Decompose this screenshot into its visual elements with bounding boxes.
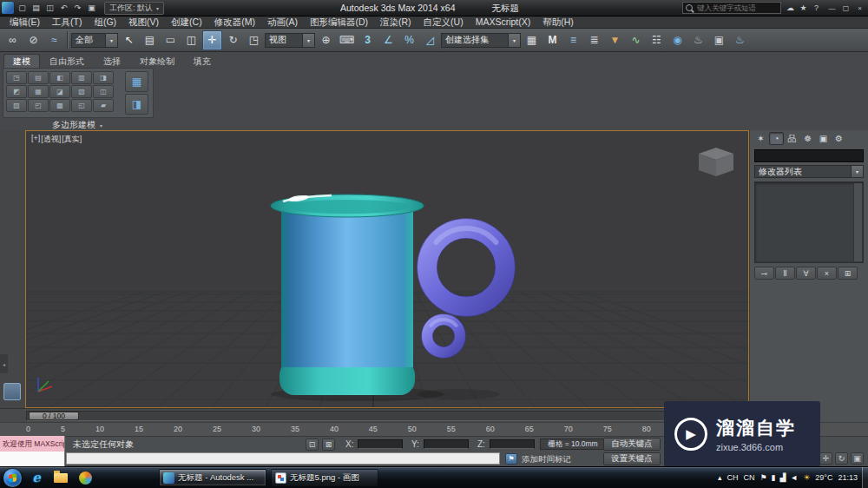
poly-tool-icon[interactable]: ◰: [28, 99, 49, 112]
poly-tool-icon[interactable]: ◨: [93, 71, 114, 84]
selection-lock-icon[interactable]: ⊠: [322, 439, 335, 451]
bind-to-space-warp-icon[interactable]: ≈: [44, 30, 64, 50]
windows-explorer-icon[interactable]: [52, 469, 69, 486]
poly-tool-icon[interactable]: ▰: [93, 99, 114, 112]
align-icon[interactable]: ≡: [563, 30, 583, 50]
poly-tool-icon[interactable]: ▦: [28, 85, 49, 98]
layout-tab-handle[interactable]: ◂: [0, 354, 8, 373]
orbit-icon[interactable]: ↻: [835, 452, 848, 465]
taskbar-button-paint[interactable]: 无标题5.png - 画图: [271, 469, 378, 486]
pan-icon[interactable]: ✛: [819, 452, 832, 465]
help-icon[interactable]: ?: [811, 2, 822, 14]
reference-coordinate-dropdown[interactable]: 视图 ▾: [265, 33, 315, 48]
infocenter-search[interactable]: [682, 2, 781, 14]
curve-editor-icon[interactable]: ∿: [626, 30, 646, 50]
poly-tool-icon[interactable]: ◱: [71, 99, 92, 112]
angle-snap-icon[interactable]: ∠: [378, 30, 398, 50]
action-center-icon[interactable]: ⚑: [760, 474, 766, 482]
save-file-icon[interactable]: ◫: [43, 1, 56, 15]
media-player-icon[interactable]: [76, 469, 94, 486]
schematic-view-icon[interactable]: ☷: [647, 30, 667, 50]
named-selection-sets-dropdown[interactable]: 创建选择集 ▾: [441, 33, 521, 48]
motion-tab[interactable]: ☸: [800, 132, 815, 145]
start-button[interactable]: [3, 469, 22, 487]
ribbon-tab[interactable]: 自由形式: [40, 54, 94, 68]
time-tag-icon[interactable]: ⚑: [505, 453, 517, 465]
poly-tool-icon[interactable]: ▤: [28, 71, 49, 84]
viewport-menu-general[interactable]: [+]: [31, 134, 40, 145]
ribbon-blue-tool-2[interactable]: ◨: [125, 94, 148, 115]
object-name-input[interactable]: [755, 155, 863, 166]
menu-item[interactable]: MAXScript(X): [470, 16, 537, 29]
viewport-layout-tab[interactable]: [3, 383, 21, 400]
select-and-manipulate-icon[interactable]: ⊕: [316, 30, 336, 50]
temperature-display[interactable]: 29°C: [815, 474, 832, 482]
menu-item[interactable]: 创建(C): [165, 16, 208, 29]
menu-item[interactable]: 修改器(M): [208, 16, 261, 29]
maximize-button[interactable]: ▢: [839, 3, 852, 14]
ribbon-tab[interactable]: 填充: [184, 54, 220, 68]
undo-icon[interactable]: ↶: [57, 1, 70, 15]
project-folder-icon[interactable]: ▣: [85, 1, 98, 15]
layer-manager-icon[interactable]: ≣: [584, 30, 604, 50]
edit-named-sets-icon[interactable]: ▦: [522, 30, 542, 50]
add-time-tag[interactable]: 添加时间标记: [522, 452, 571, 466]
ribbon-blue-tool-1[interactable]: ▦: [125, 71, 148, 92]
viewport-menu-shading[interactable]: [真实]: [62, 134, 82, 145]
percent-snap-icon[interactable]: %: [399, 30, 419, 50]
poly-tool-icon[interactable]: ▥: [71, 71, 92, 84]
snaps-toggle-icon[interactable]: 3: [358, 30, 378, 50]
clock[interactable]: 21:13: [838, 474, 858, 482]
rectangular-selection-icon[interactable]: ▭: [161, 30, 181, 50]
search-input[interactable]: [695, 3, 778, 13]
poly-tool-icon[interactable]: ◳: [6, 71, 27, 84]
show-end-result-icon[interactable]: Ⅱ: [775, 267, 795, 280]
power-icon[interactable]: ▮: [771, 474, 775, 482]
select-object-icon[interactable]: ↖: [119, 30, 139, 50]
new-scene-icon[interactable]: ▢: [16, 1, 29, 15]
remove-modifier-icon[interactable]: ×: [817, 267, 837, 280]
hidden-icons-chevron[interactable]: ▴: [718, 474, 722, 482]
select-and-scale-icon[interactable]: ◳: [244, 30, 264, 50]
ribbon-tab[interactable]: 建模: [3, 54, 40, 68]
select-and-link-icon[interactable]: ∞: [3, 30, 23, 50]
isolate-selection-icon[interactable]: ⊡: [306, 439, 319, 451]
poly-tool-icon[interactable]: ▧: [71, 85, 92, 98]
mirror-icon[interactable]: M: [542, 30, 562, 50]
pin-stack-icon[interactable]: ⊸: [754, 267, 774, 280]
poly-tool-icon[interactable]: ◪: [49, 85, 70, 98]
poly-tool-icon[interactable]: ▨: [6, 99, 27, 112]
polygon-modeling-label[interactable]: 多边形建模 ▾: [3, 119, 152, 131]
render-setup-icon[interactable]: ♨: [688, 30, 708, 50]
minimize-button[interactable]: —: [825, 3, 838, 14]
time-slider-track[interactable]: [26, 411, 745, 421]
viewcube[interactable]: [699, 148, 733, 176]
maxscript-mini-listener[interactable]: 欢迎使用 MAXScript: [0, 436, 65, 452]
menu-item[interactable]: 帮助(H): [536, 16, 580, 29]
utilities-tab[interactable]: ⚙: [832, 132, 846, 145]
workspace-selector[interactable]: 工作区: 默认 ▾: [104, 2, 164, 15]
redo-icon[interactable]: ↷: [71, 1, 84, 15]
menu-item[interactable]: 组(G): [88, 16, 122, 29]
spinner-snap-icon[interactable]: ◿: [420, 30, 440, 50]
communication-center-icon[interactable]: ☁: [785, 2, 796, 14]
ribbon-tab[interactable]: 对象绘制: [130, 54, 184, 68]
weather-icon[interactable]: ☀: [803, 474, 810, 482]
network-icon[interactable]: ▟: [779, 474, 786, 482]
window-crossing-icon[interactable]: ◫: [181, 30, 201, 50]
menu-item[interactable]: 视图(V): [122, 16, 165, 29]
select-and-move-icon[interactable]: ✛: [202, 30, 222, 50]
menu-item[interactable]: 动画(A): [261, 16, 304, 29]
favorites-icon[interactable]: ★: [798, 2, 809, 14]
show-desktop-button[interactable]: [862, 467, 868, 488]
menu-item[interactable]: 自定义(U): [418, 16, 470, 29]
modifier-list-dropdown[interactable]: 修改器列表 ▾: [754, 165, 864, 178]
display-tab[interactable]: ▣: [816, 132, 831, 145]
material-editor-icon[interactable]: ◉: [667, 30, 687, 50]
select-and-rotate-icon[interactable]: ↻: [223, 30, 243, 50]
make-unique-icon[interactable]: ∀: [796, 267, 816, 280]
maxscript-listener-input[interactable]: [0, 452, 65, 466]
keyboard-override-icon[interactable]: ⌨: [337, 30, 357, 50]
taskbar-button-3dsmax[interactable]: 无标题 - Autodesk ...: [159, 469, 266, 486]
language-indicator-ch[interactable]: CH: [727, 474, 738, 482]
